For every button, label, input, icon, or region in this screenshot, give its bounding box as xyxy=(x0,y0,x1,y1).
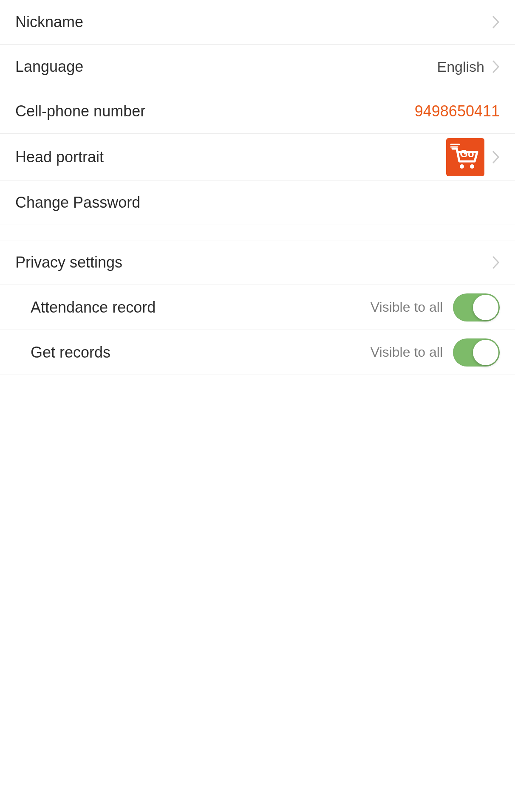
phone-row[interactable]: Cell-phone number 9498650411 xyxy=(0,89,515,134)
go-cart-icon: Go xyxy=(448,140,482,174)
attendance-record-row: Attendance record Visible to all xyxy=(0,285,515,330)
chevron-right-icon xyxy=(492,256,500,269)
language-value: English xyxy=(437,59,484,75)
privacy-settings-label: Privacy settings xyxy=(15,254,122,271)
get-records-row: Get records Visible to all xyxy=(0,330,515,375)
toggle-knob xyxy=(473,295,498,320)
portrait-row[interactable]: Head portrait Go xyxy=(0,134,515,180)
attendance-record-toggle[interactable] xyxy=(453,293,500,321)
phone-value: 9498650411 xyxy=(415,102,500,120)
language-label: Language xyxy=(15,58,83,76)
attendance-record-label: Attendance record xyxy=(31,299,156,316)
svg-point-2 xyxy=(470,164,474,169)
chevron-right-icon xyxy=(492,151,500,164)
nickname-label: Nickname xyxy=(15,13,83,31)
svg-point-1 xyxy=(460,164,464,169)
get-records-label: Get records xyxy=(31,344,110,361)
change-password-row[interactable]: Change Password xyxy=(0,180,515,225)
avatar: Go xyxy=(446,138,484,176)
svg-text:Go: Go xyxy=(460,148,474,159)
phone-label: Cell-phone number xyxy=(15,102,145,120)
portrait-label: Head portrait xyxy=(15,148,104,166)
nickname-row[interactable]: Nickname xyxy=(0,0,515,45)
language-row[interactable]: Language English xyxy=(0,45,515,89)
attendance-record-status: Visible to all xyxy=(371,299,443,315)
get-records-status: Visible to all xyxy=(371,344,443,360)
get-records-toggle[interactable] xyxy=(453,338,500,367)
chevron-right-icon xyxy=(492,16,500,28)
empty-space xyxy=(0,375,515,812)
privacy-settings-row[interactable]: Privacy settings xyxy=(0,240,515,285)
chevron-right-icon xyxy=(492,60,500,73)
toggle-knob xyxy=(473,340,498,365)
section-gap xyxy=(0,225,515,240)
settings-screen: Nickname Language English Cell-phone num… xyxy=(0,0,515,812)
change-password-label: Change Password xyxy=(15,194,140,211)
